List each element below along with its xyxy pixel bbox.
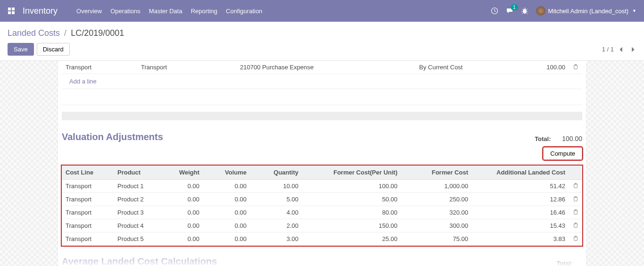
val-qty[interactable]: 3.00 <box>250 233 302 246</box>
val-volume[interactable]: 0.00 <box>203 180 250 193</box>
valuation-title: Valuation Adjustments <box>62 132 163 142</box>
val-formerunit[interactable]: 80.00 <box>302 206 401 219</box>
delete-line-icon[interactable] <box>569 61 582 74</box>
delete-row-icon[interactable] <box>569 233 582 246</box>
average-total: Total: <box>557 260 582 266</box>
svg-rect-1 <box>12 8 15 10</box>
valuation-total-value: 100.00 <box>562 135 582 142</box>
discard-button[interactable]: Discard <box>37 43 70 56</box>
val-additional[interactable]: 16.46 <box>472 206 569 219</box>
control-panel: Landed Costs / LC/2019/0001 Save Discard… <box>0 22 644 61</box>
val-volume[interactable]: 0.00 <box>203 233 250 246</box>
svg-rect-2 <box>8 11 11 14</box>
delete-row-icon[interactable] <box>569 219 582 233</box>
val-qty[interactable]: 2.00 <box>250 219 302 233</box>
valuation-row[interactable]: TransportProduct 10.000.0010.00100.001,0… <box>62 180 582 193</box>
val-formercost[interactable]: 300.00 <box>401 219 472 233</box>
user-name: Mitchell Admin (Landed_cost) <box>548 8 629 15</box>
val-h-additional: Additional Landed Cost <box>472 166 569 180</box>
val-h-volume: Volume <box>203 166 250 180</box>
val-product[interactable]: Product 3 <box>114 206 165 219</box>
delete-row-icon[interactable] <box>569 206 582 219</box>
valuation-row[interactable]: TransportProduct 40.000.002.00150.00300.… <box>62 219 582 233</box>
apps-icon[interactable] <box>8 7 15 15</box>
val-weight[interactable]: 0.00 <box>165 180 203 193</box>
val-h-delete <box>569 166 582 180</box>
val-formerunit[interactable]: 100.00 <box>302 180 401 193</box>
val-costline[interactable]: Transport <box>62 193 114 206</box>
topnav: Inventory Overview Operations Master Dat… <box>0 0 644 22</box>
delete-row-icon[interactable] <box>569 193 582 206</box>
val-formercost[interactable]: 75.00 <box>401 233 472 246</box>
debug-icon[interactable] <box>521 7 528 15</box>
cost-line-account[interactable]: 210700 Purchase Expense <box>236 61 415 74</box>
val-additional[interactable]: 12.86 <box>472 193 569 206</box>
pager-next[interactable] <box>629 46 636 53</box>
messaging-icon[interactable]: 1 <box>506 7 513 15</box>
val-qty[interactable]: 4.00 <box>250 206 302 219</box>
val-product[interactable]: Product 2 <box>114 193 165 206</box>
top-menu: Overview Operations Master Data Reportin… <box>76 8 262 15</box>
cost-line-row[interactable]: Transport Transport 210700 Purchase Expe… <box>62 61 582 74</box>
cost-line-cost[interactable]: 100.00 <box>524 61 569 74</box>
menu-master-data[interactable]: Master Data <box>149 8 182 15</box>
val-costline[interactable]: Transport <box>62 233 114 246</box>
save-button[interactable]: Save <box>8 43 34 56</box>
menu-operations[interactable]: Operations <box>110 8 140 15</box>
val-weight[interactable]: 0.00 <box>165 233 203 246</box>
val-h-formercost: Former Cost <box>401 166 472 180</box>
valuation-row[interactable]: TransportProduct 30.000.004.0080.00320.0… <box>62 206 582 219</box>
val-volume[interactable]: 0.00 <box>203 219 250 233</box>
delete-row-icon[interactable] <box>569 180 582 193</box>
val-product[interactable]: Product 5 <box>114 233 165 246</box>
menu-overview[interactable]: Overview <box>76 8 102 15</box>
val-formercost[interactable]: 1,000.00 <box>401 180 472 193</box>
val-additional[interactable]: 3.83 <box>472 233 569 246</box>
valuation-table-highlight: Cost Line Product Weight Volume Quantity… <box>62 166 582 246</box>
cost-line-product[interactable]: Transport <box>62 61 137 74</box>
svg-rect-0 <box>8 8 11 10</box>
val-weight[interactable]: 0.00 <box>165 219 203 233</box>
cost-line-split[interactable]: By Current Cost <box>415 61 524 74</box>
val-h-product: Product <box>114 166 165 180</box>
brand[interactable]: Inventory <box>23 6 58 16</box>
breadcrumb-root[interactable]: Landed Costs <box>8 28 60 38</box>
user-menu[interactable]: Mitchell Admin (Landed_cost) ▼ <box>536 6 636 16</box>
average-total-label: Total: <box>557 260 573 266</box>
compute-button[interactable]: Compute <box>543 147 582 160</box>
val-additional[interactable]: 51.42 <box>472 180 569 193</box>
val-formerunit[interactable]: 25.00 <box>302 233 401 246</box>
val-formercost[interactable]: 320.00 <box>401 206 472 219</box>
val-costline[interactable]: Transport <box>62 180 114 193</box>
add-line-link[interactable]: Add a line <box>69 78 97 85</box>
avatar <box>536 6 545 16</box>
val-costline[interactable]: Transport <box>62 219 114 233</box>
valuation-table: Cost Line Product Weight Volume Quantity… <box>62 166 582 246</box>
val-volume[interactable]: 0.00 <box>203 206 250 219</box>
val-weight[interactable]: 0.00 <box>165 193 203 206</box>
val-formerunit[interactable]: 50.00 <box>302 193 401 206</box>
cost-line-description[interactable]: Transport <box>137 61 236 74</box>
val-formerunit[interactable]: 150.00 <box>302 219 401 233</box>
pager-prev[interactable] <box>618 46 625 53</box>
val-qty[interactable]: 10.00 <box>250 180 302 193</box>
messaging-count: 1 <box>511 4 518 10</box>
val-volume[interactable]: 0.00 <box>203 193 250 206</box>
val-h-qty: Quantity <box>250 166 302 180</box>
svg-point-5 <box>523 9 527 14</box>
val-qty[interactable]: 5.00 <box>250 193 302 206</box>
val-weight[interactable]: 0.00 <box>165 206 203 219</box>
activities-icon[interactable] <box>491 7 498 15</box>
valuation-row[interactable]: TransportProduct 50.000.003.0025.0075.00… <box>62 233 582 246</box>
pager: 1 / 1 <box>602 46 636 53</box>
val-additional[interactable]: 15.43 <box>472 219 569 233</box>
menu-reporting[interactable]: Reporting <box>191 8 217 15</box>
val-h-costline: Cost Line <box>62 166 114 180</box>
valuation-row[interactable]: TransportProduct 20.000.005.0050.00250.0… <box>62 193 582 206</box>
val-product[interactable]: Product 4 <box>114 219 165 233</box>
val-costline[interactable]: Transport <box>62 206 114 219</box>
menu-configuration[interactable]: Configuration <box>226 8 262 15</box>
val-formercost[interactable]: 250.00 <box>401 193 472 206</box>
breadcrumb-current: LC/2019/0001 <box>71 28 124 38</box>
val-product[interactable]: Product 1 <box>114 180 165 193</box>
